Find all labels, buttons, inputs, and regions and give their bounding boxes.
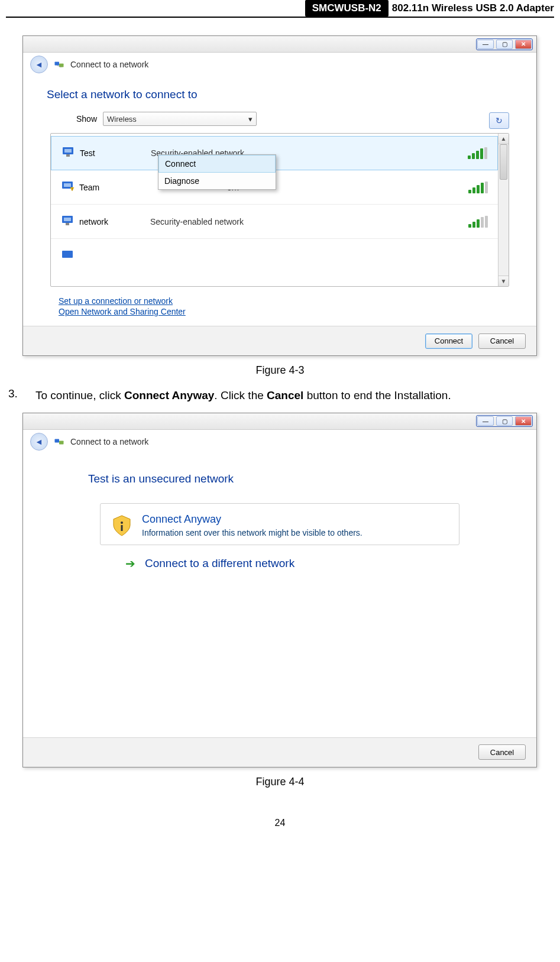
back-arrow-icon: ◄: [35, 437, 43, 446]
scroll-up-icon[interactable]: ▲: [499, 134, 509, 144]
dialog-body: Select a network to connect to Show Wire…: [23, 76, 536, 326]
back-button[interactable]: ◄: [30, 56, 48, 73]
svg-rect-13: [55, 439, 60, 442]
connect-button[interactable]: Connect: [425, 333, 472, 349]
svg-rect-12: [62, 251, 73, 258]
context-menu: Connect Diagnose: [158, 154, 276, 190]
computer-icon: [59, 215, 79, 229]
scrollbar[interactable]: ▲ ▼: [498, 134, 509, 286]
link-setup-connection[interactable]: Set up a connection or network: [59, 296, 519, 306]
connect-different-label: Connect to a different network: [145, 557, 294, 570]
step-number: 3.: [8, 387, 25, 404]
maximize-icon[interactable]: ▢: [496, 416, 513, 426]
shield-warning-icon: [110, 513, 134, 537]
network-icon: [54, 59, 64, 70]
scroll-down-icon[interactable]: ▼: [499, 276, 509, 286]
close-icon[interactable]: ✕: [515, 40, 532, 49]
refresh-button[interactable]: ↻: [489, 112, 509, 129]
svg-rect-14: [59, 440, 64, 444]
network-row-test[interactable]: Test Security-enabled network Connect Di…: [51, 136, 498, 170]
svg-rect-0: [55, 62, 60, 66]
figure-4-3-window: — ▢ ✕ ◄ Connect to a network Select a ne…: [22, 35, 537, 356]
network-name: Test: [80, 148, 151, 158]
network-status: Security-enabled network: [150, 217, 468, 226]
svg-rect-16: [121, 525, 123, 531]
figure-4-4-window: — ▢ ✕ ◄ Connect to a network Test is an …: [22, 413, 537, 767]
network-list: Test Security-enabled network Connect Di…: [50, 133, 509, 287]
chevron-down-icon: ▾: [248, 115, 253, 124]
page-number: 24: [6, 818, 554, 828]
address-text: Connect to a network: [70, 60, 148, 69]
svg-rect-5: [66, 154, 70, 157]
computer-icon: [60, 146, 80, 160]
refresh-icon: ↻: [496, 116, 503, 125]
step-text: To continue, click Connect Anyway. Click…: [35, 387, 554, 404]
svg-rect-11: [66, 223, 69, 225]
network-row-partial[interactable]: [51, 239, 498, 257]
signal-icon: [468, 147, 489, 159]
back-arrow-icon: ◄: [35, 60, 43, 69]
show-row: Show Wireless ▾: [76, 112, 257, 126]
window-titlebar: — ▢ ✕: [23, 413, 536, 430]
close-icon[interactable]: ✕: [515, 416, 532, 426]
window-titlebar: — ▢ ✕: [23, 36, 536, 53]
address-text: Connect to a network: [70, 437, 148, 446]
window-controls: — ▢ ✕: [476, 38, 533, 50]
svg-rect-10: [64, 218, 71, 221]
network-name: network: [79, 217, 150, 226]
instruction-step-3: 3. To continue, click Connect Anyway. Cl…: [6, 387, 554, 404]
cancel-button[interactable]: Cancel: [478, 744, 526, 760]
network-row-network[interactable]: network Security-enabled network: [51, 205, 498, 239]
dialog-body: Test is an unsecured network Connect Any…: [23, 454, 536, 737]
connect-anyway-title: Connect Anyway: [142, 513, 362, 526]
minimize-icon[interactable]: —: [477, 416, 494, 426]
window-controls: — ▢ ✕: [476, 415, 533, 427]
unsecured-title: Test is an unsecured network: [88, 472, 519, 485]
signal-icon: [468, 216, 490, 228]
back-button[interactable]: ◄: [30, 433, 48, 451]
dialog-footer: Cancel: [23, 737, 536, 767]
link-network-sharing[interactable]: Open Network and Sharing Center: [59, 307, 519, 316]
panel-title: Select a network to connect to: [47, 88, 519, 101]
show-label: Show: [76, 114, 97, 124]
network-icon: [54, 436, 64, 447]
svg-point-15: [121, 522, 123, 524]
figure-4-3-caption: Figure 4-3: [6, 364, 554, 377]
computer-icon: [59, 250, 79, 258]
cancel-button[interactable]: Cancel: [478, 333, 526, 349]
scroll-track[interactable]: [499, 144, 509, 276]
document-header: SMCWUSB-N2 802.11n Wireless USB 2.0 Adap…: [6, 0, 554, 18]
dialog-footer: Connect Cancel: [23, 326, 536, 355]
maximize-icon[interactable]: ▢: [496, 40, 513, 49]
connect-anyway-subtitle: Information sent over this network might…: [142, 528, 362, 537]
address-bar: ◄ Connect to a network: [23, 53, 536, 76]
connect-anyway-box[interactable]: Connect Anyway Information sent over thi…: [100, 503, 459, 545]
ctx-connect[interactable]: Connect: [158, 155, 276, 173]
svg-rect-7: [64, 183, 71, 187]
network-name: Team: [79, 183, 150, 192]
figure-4-4-caption: Figure 4-4: [6, 776, 554, 788]
show-combobox[interactable]: Wireless ▾: [103, 112, 257, 126]
ctx-diagnose[interactable]: Diagnose: [158, 173, 276, 189]
computer-icon: !: [59, 180, 79, 195]
minimize-icon[interactable]: —: [477, 40, 494, 49]
show-value: Wireless: [107, 115, 137, 124]
signal-icon: [468, 182, 490, 193]
connect-different-link[interactable]: ➔ Connect to a different network: [124, 557, 519, 570]
svg-rect-4: [64, 149, 72, 153]
scroll-thumb[interactable]: [500, 144, 507, 180]
header-title: 802.11n Wireless USB 2.0 Adapter: [392, 0, 554, 17]
arrow-right-icon: ➔: [124, 557, 137, 570]
product-box: SMCWUSB-N2: [305, 0, 389, 17]
address-bar: ◄ Connect to a network: [23, 430, 536, 454]
links-block: Set up a connection or network Open Netw…: [59, 296, 519, 316]
